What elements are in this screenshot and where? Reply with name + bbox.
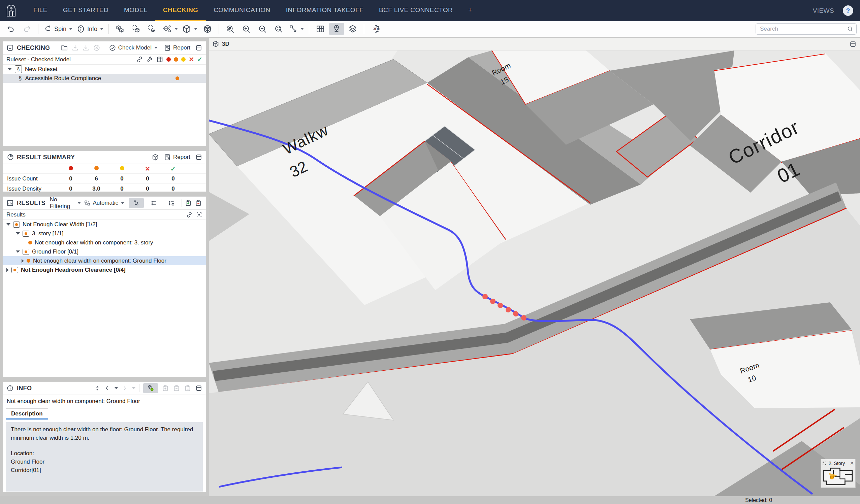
expander-icon[interactable]: [16, 232, 20, 235]
select-tool-button[interactable]: [287, 23, 305, 35]
import-icon[interactable]: [71, 44, 79, 51]
accepted-icon[interactable]: ✓: [197, 56, 202, 63]
open-ruleset-icon[interactable]: [61, 44, 68, 51]
auto-update-button[interactable]: [143, 383, 158, 393]
rule-table-icon[interactable]: [156, 56, 163, 63]
menu-item-add-tab[interactable]: +: [460, 0, 480, 21]
cancel-check-icon[interactable]: [93, 44, 100, 51]
menu-item-get-started[interactable]: GET STARTED: [55, 0, 116, 21]
minimap-expand-icon[interactable]: [822, 461, 827, 465]
show-all-components-button[interactable]: [113, 23, 127, 35]
add-slide-icon[interactable]: [162, 385, 169, 392]
3d-settings-button[interactable]: 3D: [368, 23, 383, 35]
previous-caret[interactable]: [115, 387, 118, 389]
redo-button[interactable]: [19, 23, 34, 35]
hide-selection-button[interactable]: [145, 23, 160, 35]
layers-button[interactable]: [345, 23, 360, 35]
spin-tool-button[interactable]: Spin: [42, 23, 74, 35]
menu-item-model[interactable]: MODEL: [116, 0, 155, 21]
checking-report-label: Report: [173, 44, 190, 51]
zoom-fit-button[interactable]: [223, 23, 238, 35]
summary-report-button[interactable]: Report: [162, 152, 192, 162]
focus-selection-icon[interactable]: [196, 211, 202, 218]
result-issue-row[interactable]: Not enough clear width on component: 3. …: [3, 238, 206, 247]
info-dropdown-caret[interactable]: [100, 28, 103, 30]
section-box-button[interactable]: [200, 23, 215, 35]
panel-menu-icon[interactable]: [849, 40, 857, 48]
views-menu[interactable]: VIEWS: [813, 7, 834, 14]
wrench-icon[interactable]: [146, 56, 153, 63]
menu-item-information-takeoff[interactable]: INFORMATION TAKEOFF: [278, 0, 371, 21]
remove-slide-icon[interactable]: [173, 385, 180, 392]
next-icon[interactable]: [121, 385, 128, 391]
panel-menu-icon[interactable]: [195, 153, 202, 161]
spin-dropdown-caret[interactable]: [69, 28, 72, 30]
link-icon[interactable]: [186, 211, 193, 218]
expander-icon[interactable]: [8, 68, 12, 70]
result-group-row[interactable]: Not Enough Headroom Clearance [0/4]: [3, 265, 206, 275]
moderate-severity-dot[interactable]: [174, 57, 178, 62]
show-selection-button[interactable]: [129, 23, 143, 35]
grouping-dropdown[interactable]: Automatic: [85, 198, 123, 208]
zoom-in-button[interactable]: [239, 23, 254, 35]
low-severity-dot[interactable]: [181, 57, 186, 62]
expander-icon[interactable]: [6, 223, 11, 225]
ruleset-name: New Ruleset: [25, 66, 57, 73]
info-panel-title: INFO: [17, 385, 32, 392]
zoom-selected-button[interactable]: [271, 23, 286, 35]
colorize-button[interactable]: [161, 23, 179, 35]
tab-description[interactable]: Description: [6, 409, 48, 419]
add-slide-icon[interactable]: [185, 199, 192, 207]
slides-list-icon[interactable]: [184, 385, 191, 392]
result-group-row[interactable]: Ground Floor [0/1]: [3, 247, 206, 256]
expander-icon[interactable]: [6, 268, 9, 272]
list-view-button[interactable]: [146, 198, 161, 208]
minimap-close-icon[interactable]: ✕: [850, 461, 854, 465]
ruleset-tree-row[interactable]: § New Ruleset: [3, 65, 206, 74]
check-model-caret[interactable]: [154, 47, 158, 49]
zoom-out-button[interactable]: [255, 23, 270, 35]
panel-menu-icon[interactable]: [195, 44, 202, 51]
check-model-button[interactable]: Check Model: [108, 43, 159, 53]
menu-item-communication[interactable]: COMMUNICATION: [206, 0, 278, 21]
list-settings-button[interactable]: [164, 198, 179, 208]
minimap-overlay[interactable]: 2. Story ✕: [821, 459, 856, 488]
previous-icon[interactable]: [104, 385, 110, 391]
info-tool-button[interactable]: Info: [75, 23, 105, 35]
expander-icon[interactable]: [22, 259, 24, 263]
3d-viewport[interactable]: Walkw 32 Room 15 Corridor 01 Room 10 2. …: [209, 50, 860, 496]
minimap-floorplan: [821, 466, 855, 487]
checking-report-button[interactable]: Report: [162, 43, 192, 53]
severity-dot: [25, 251, 27, 253]
help-button[interactable]: ?: [843, 5, 853, 16]
slides-list-icon[interactable]: [205, 199, 206, 207]
critical-severity-dot[interactable]: [167, 57, 171, 62]
search-input[interactable]: [756, 23, 857, 35]
export-icon[interactable]: [82, 44, 90, 51]
result-group-row[interactable]: 3. story [1/1]: [3, 229, 206, 238]
expander-icon[interactable]: [16, 251, 20, 253]
menu-item-checking[interactable]: CHECKING: [155, 0, 206, 21]
walk-mode-button[interactable]: [329, 23, 344, 35]
results-panel-title: RESULTS: [17, 199, 45, 207]
undo-button[interactable]: [3, 23, 18, 35]
result-issue-row-selected[interactable]: Not enough clear width on component: Gro…: [3, 256, 206, 265]
panel-menu-icon[interactable]: [195, 385, 202, 392]
rule-tree-row-selected[interactable]: § Accessible Route Compliance: [3, 74, 206, 83]
next-caret[interactable]: [132, 387, 135, 389]
view-cube-button[interactable]: [181, 23, 199, 35]
menu-item-file[interactable]: FILE: [26, 0, 55, 21]
colorize-dropdown-caret[interactable]: [174, 28, 178, 30]
rejected-icon[interactable]: ✕: [189, 56, 194, 63]
show-in-3d-icon[interactable]: [152, 153, 159, 161]
menu-item-bcf-live-connector[interactable]: BCF LIVE CONNECTOR: [371, 0, 460, 21]
tree-view-button[interactable]: [129, 198, 144, 208]
result-group-row[interactable]: Not Enough Clear Width [1/2]: [3, 220, 206, 229]
select-dropdown-caret[interactable]: [300, 28, 304, 30]
sort-icon[interactable]: [94, 385, 100, 391]
grid-view-button[interactable]: [313, 23, 328, 35]
view-dropdown-caret[interactable]: [194, 28, 197, 30]
filtering-dropdown[interactable]: No Filtering: [48, 198, 83, 208]
link-icon[interactable]: [136, 56, 143, 63]
remove-slide-icon[interactable]: [195, 199, 202, 207]
